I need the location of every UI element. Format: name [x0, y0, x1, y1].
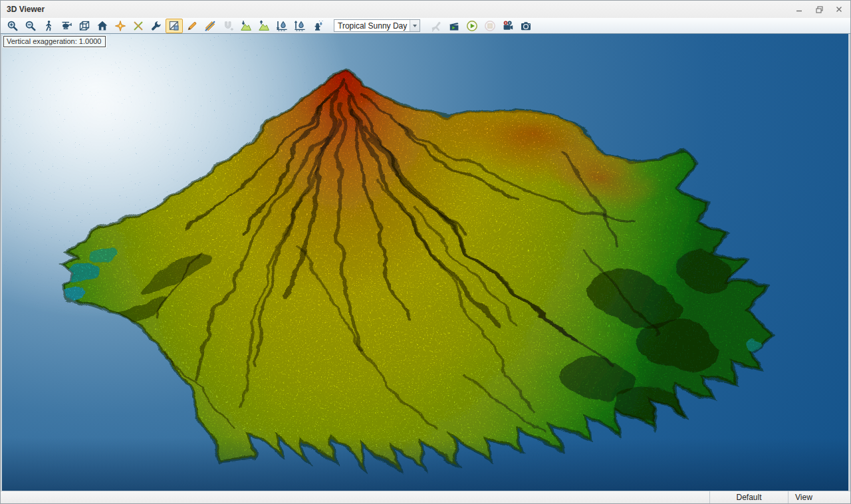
- statusbar-cell-view: View: [788, 491, 832, 503]
- vertical-exaggeration-icon: [168, 20, 180, 32]
- water-level-raise-button[interactable]: [291, 19, 308, 33]
- snapshot-camera-button[interactable]: [517, 19, 535, 33]
- wrench-icon: [150, 20, 162, 32]
- airplane-icon: [430, 20, 442, 32]
- vertical-exaggeration-button[interactable]: [166, 19, 183, 33]
- fly-mode-button[interactable]: [58, 19, 75, 33]
- wireframe-cube-icon: [78, 20, 90, 32]
- magnet-icon: [222, 20, 234, 32]
- close-icon: [836, 6, 842, 13]
- tools-wrench-button[interactable]: [148, 19, 165, 33]
- zoom-in-button[interactable]: [4, 19, 21, 33]
- stop-animation-button[interactable]: [481, 19, 499, 33]
- zoom-out-button[interactable]: [22, 19, 39, 33]
- toolbar: Tropical Sunny Day: [1, 18, 850, 34]
- hydrant-drop-icon: [312, 20, 324, 32]
- ruler-icon: [204, 20, 216, 32]
- mountain-down-arrow-icon: [240, 20, 252, 32]
- walk-mode-button[interactable]: [40, 19, 57, 33]
- movie-camera-icon: [502, 20, 514, 32]
- home-icon: [96, 20, 108, 32]
- star-target-icon: [114, 20, 126, 32]
- statusbar: Default View: [1, 491, 850, 503]
- free-orbit-button[interactable]: [76, 19, 93, 33]
- mountain-up-arrow-icon: [258, 20, 270, 32]
- terrain-lower-button[interactable]: [237, 19, 255, 33]
- movie-clip-button[interactable]: [445, 19, 463, 33]
- measure-ruler-button[interactable]: [201, 19, 219, 33]
- viewport-3d: Vertical exaggeration: 1.0000: [1, 34, 850, 491]
- axes-cross-icon: [132, 20, 144, 32]
- app-window: 3D Viewer: [0, 0, 851, 504]
- play-animation-button[interactable]: [463, 19, 481, 33]
- pencil-icon: [186, 20, 198, 32]
- water-vignette: [2, 438, 848, 491]
- environment-select-arrow-button[interactable]: [410, 20, 420, 31]
- stop-icon: [484, 20, 496, 32]
- clapperboard-icon: [448, 20, 460, 32]
- window-title: 3D Viewer: [7, 5, 45, 14]
- draw-pencil-button[interactable]: [183, 19, 201, 33]
- water-level-down-icon: [276, 20, 288, 32]
- minimize-button[interactable]: [790, 3, 808, 16]
- home-view-button[interactable]: [94, 19, 111, 33]
- play-icon: [466, 20, 478, 32]
- center-target-button[interactable]: [112, 19, 129, 33]
- magnet-add-button[interactable]: [219, 19, 237, 33]
- statusbar-end-pad: [832, 491, 850, 503]
- flight-path-button[interactable]: [427, 19, 445, 33]
- minimize-icon: [796, 6, 802, 13]
- axes-cross-button[interactable]: [130, 19, 147, 33]
- restore-button[interactable]: [810, 3, 828, 16]
- water-level-lower-button[interactable]: [273, 19, 291, 33]
- photo-camera-icon: [520, 20, 532, 32]
- walk-person-icon: [43, 20, 55, 32]
- zoom-out-icon: [25, 20, 37, 32]
- terrain-raise-button[interactable]: [255, 19, 273, 33]
- statusbar-cell-default: Default: [709, 491, 788, 503]
- record-video-button[interactable]: [499, 19, 517, 33]
- chevron-down-icon: [413, 25, 417, 27]
- titlebar: 3D Viewer: [1, 1, 850, 18]
- restore-icon: [816, 6, 823, 13]
- environment-select-value: Tropical Sunny Day: [334, 21, 410, 31]
- water-source-button[interactable]: [309, 19, 326, 33]
- close-button[interactable]: [830, 3, 848, 16]
- zoom-in-icon: [7, 20, 19, 32]
- environment-select[interactable]: Tropical Sunny Day: [334, 19, 420, 32]
- helicopter-icon: [61, 20, 72, 32]
- vertical-exaggeration-tooltip: Vertical exaggeration: 1.0000: [3, 36, 106, 47]
- water-level-up-icon: [294, 20, 306, 32]
- terrain-3d-scene[interactable]: [2, 34, 848, 491]
